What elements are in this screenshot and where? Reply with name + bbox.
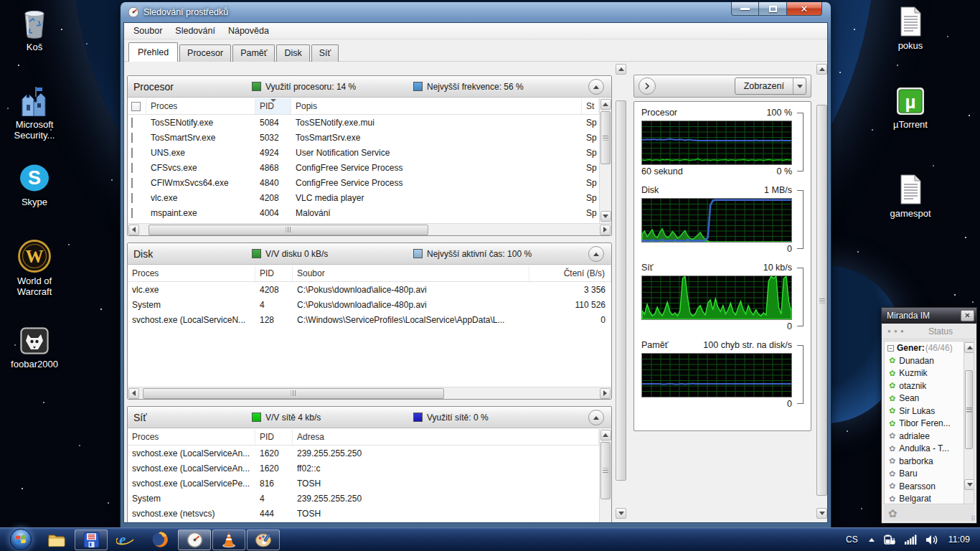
contact-item[interactable]: ✿Dunadan <box>885 354 974 367</box>
row-checkbox[interactable] <box>131 118 133 128</box>
miranda-status-bar[interactable]: ✿ <box>884 505 974 521</box>
desktop-icon--torrent[interactable]: µµTorrent <box>877 83 943 130</box>
column-header-St[interactable]: St <box>582 98 599 114</box>
scroll-down-arrow[interactable] <box>600 211 611 222</box>
table-vertical-scrollbar[interactable] <box>599 98 611 223</box>
table-row[interactable]: vlc.exe4208VLC media playerSp <box>128 190 599 205</box>
scroll-left-arrow[interactable] <box>128 225 139 235</box>
view-dropdown-button[interactable]: Zobrazení <box>735 77 806 95</box>
left-column-scrollbar[interactable] <box>615 63 627 520</box>
taskbar-item-explorer[interactable] <box>40 529 73 550</box>
menu-item-sledování[interactable]: Sledování <box>169 24 222 38</box>
row-checkbox[interactable] <box>131 208 133 218</box>
column-header-Proces[interactable]: Proces <box>146 98 255 114</box>
scrollbar-thumb[interactable] <box>143 388 444 399</box>
scroll-up-arrow[interactable] <box>964 342 974 353</box>
tab-disk[interactable]: Disk <box>276 44 309 62</box>
start-button[interactable] <box>10 529 32 550</box>
desktop-icon-world-of-warcraft[interactable]: WWorld of Warcraft <box>1 240 67 297</box>
column-header-Proces[interactable]: Proces <box>128 265 255 281</box>
table-row[interactable]: System4239.255.255.250 <box>128 491 599 506</box>
collapse-section-button[interactable] <box>588 246 604 262</box>
column-header-checkbox[interactable] <box>128 98 146 114</box>
contact-item[interactable]: ✿Tibor Feren... <box>885 418 974 430</box>
group-expander-icon[interactable]: − <box>887 345 894 352</box>
table-row[interactable]: CFIWmxSvcs64.exe4840ConfigFree Service P… <box>128 175 599 190</box>
contact-item[interactable]: ✿otaznik <box>885 380 974 392</box>
language-indicator[interactable]: CS <box>839 534 864 545</box>
contact-item[interactable]: ✿Sean <box>885 392 974 405</box>
row-checkbox[interactable] <box>131 148 133 158</box>
taskbar-item-ie[interactable]: e <box>109 529 142 550</box>
close-button[interactable]: ✕ <box>787 2 822 16</box>
desktop-icon-microsoft-security-[interactable]: Microsoft Security... <box>1 83 67 141</box>
table-row[interactable]: mspaint.exe4004MalováníSp <box>128 205 599 220</box>
scroll-down-arrow[interactable] <box>964 479 974 490</box>
scroll-up-arrow[interactable] <box>816 64 827 75</box>
desktop-icon-pokus[interactable]: pokus <box>877 4 943 51</box>
row-checkbox[interactable] <box>131 133 133 143</box>
scroll-left-arrow[interactable] <box>128 388 139 399</box>
row-checkbox[interactable] <box>131 163 133 173</box>
volume-icon[interactable] <box>921 528 943 551</box>
taskbar-item-resmon[interactable] <box>178 529 211 550</box>
taskbar-item-floppy[interactable] <box>75 529 108 550</box>
scroll-right-arrow[interactable] <box>600 388 611 399</box>
power-icon[interactable] <box>879 528 900 551</box>
column-header-PID[interactable]: PID <box>255 98 291 114</box>
scroll-up-arrow[interactable] <box>600 430 611 441</box>
menu-item-nápověda[interactable]: Nápověda <box>222 24 275 38</box>
expand-panel-button[interactable] <box>639 77 656 95</box>
table-row[interactable]: svchost.exe (netsvcs)444TOSH <box>128 506 599 521</box>
resize-grip[interactable]: ⠿ <box>971 515 975 522</box>
taskbar-item-vlc[interactable] <box>212 529 245 550</box>
table-row[interactable]: svchost.exe (LocalServicePe...816TOSH <box>128 476 599 491</box>
scrollbar-thumb[interactable] <box>149 225 428 235</box>
network-icon[interactable] <box>900 528 921 551</box>
miranda-status-row[interactable]: ● ● ● Status <box>882 324 976 339</box>
select-all-checkbox[interactable] <box>131 102 141 111</box>
column-header-PID[interactable]: PID <box>255 429 293 445</box>
desktop-icon-gamespot[interactable]: gamespot <box>877 172 943 219</box>
taskbar-item-paint[interactable] <box>247 529 280 550</box>
column-header-Adresa[interactable]: Adresa <box>293 429 599 445</box>
table-row[interactable]: UNS.exe4924User Notification ServiceSp <box>128 145 599 160</box>
contact-item[interactable]: ✿Andulka - T... <box>885 443 974 456</box>
scrollbar-thumb[interactable] <box>600 111 611 164</box>
collapse-section-button[interactable] <box>588 410 604 425</box>
row-checkbox[interactable] <box>131 178 133 188</box>
scroll-right-arrow[interactable] <box>600 225 611 235</box>
column-header-Proces[interactable]: Proces <box>128 429 255 445</box>
scroll-up-arrow[interactable] <box>616 64 626 75</box>
titlebar[interactable]: Sledování prostředků <box>121 2 831 22</box>
contact-item[interactable]: ✿Bearsson <box>885 480 974 493</box>
minimize-button[interactable] <box>731 2 759 16</box>
tab-paměť[interactable]: Paměť <box>232 44 275 62</box>
menu-item-soubor[interactable]: Soubor <box>127 24 169 38</box>
scrollbar-thumb[interactable] <box>616 100 626 481</box>
tab-síť[interactable]: Síť <box>311 44 339 62</box>
contact-group-row[interactable]: −Gener:(46/46) <box>885 342 974 354</box>
desktop-icon-foobar2000[interactable]: foobar2000 <box>1 323 67 369</box>
miranda-titlebar[interactable]: Miranda IM ✕ <box>882 308 976 324</box>
contact-item[interactable]: ✿Kuzmik <box>885 367 974 380</box>
table-vertical-scrollbar[interactable] <box>599 429 611 523</box>
contact-item[interactable]: ✿Sir Lukas <box>885 405 974 418</box>
table-row[interactable]: System4C:\Pokus\download\alice-480p.avi1… <box>128 297 611 312</box>
column-header-Čtení (B/s)[interactable]: Čtení (B/s) <box>529 265 611 281</box>
show-hidden-icons-button[interactable] <box>864 528 879 551</box>
tab-procesor[interactable]: Procesor <box>179 44 231 62</box>
table-horizontal-scrollbar[interactable] <box>128 223 611 235</box>
desktop-icon-ko-[interactable]: Koš <box>1 6 67 52</box>
column-header-Soubor[interactable]: Soubor <box>293 265 529 281</box>
table-row[interactable]: svchost.exe (LocalServiceN...128C:\Windo… <box>128 312 611 327</box>
desktop-icon-skype[interactable]: SSkype <box>1 161 67 207</box>
miranda-scrollbar[interactable] <box>963 342 974 504</box>
scrollbar-thumb[interactable] <box>816 105 827 496</box>
table-row[interactable]: TosSENotify.exe5084TosSENotify.exe.muiSp <box>128 115 599 130</box>
maximize-button[interactable] <box>759 2 787 16</box>
taskbar-item-firefox[interactable] <box>143 529 176 550</box>
contact-item[interactable]: ✿barborka <box>885 455 974 468</box>
table-horizontal-scrollbar[interactable] <box>128 387 611 399</box>
scroll-down-arrow[interactable] <box>816 508 827 519</box>
